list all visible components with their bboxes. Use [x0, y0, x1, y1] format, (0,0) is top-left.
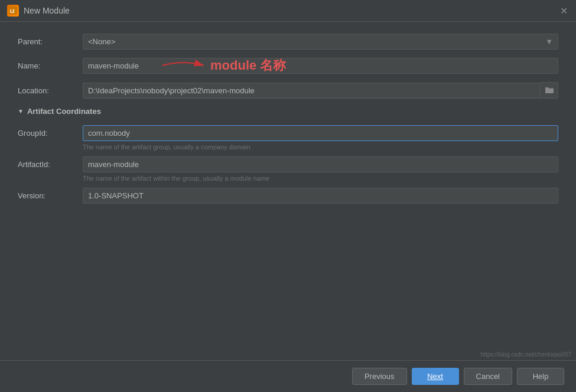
section-title: Artifact Coordinates: [27, 107, 101, 116]
group-id-row: GroupId:: [18, 125, 558, 141]
group-id-hint: The name of the artifact group, usually …: [83, 143, 558, 151]
close-button[interactable]: ✕: [558, 5, 569, 16]
location-label: Location:: [18, 86, 83, 95]
app-icon: IJ: [7, 5, 19, 17]
artifact-id-hint: The name of the artifact within the grou…: [83, 175, 558, 182]
parent-value: <None>: [88, 37, 115, 46]
name-input[interactable]: [83, 58, 558, 74]
artifact-id-label: ArtifactId:: [18, 160, 83, 169]
name-field-container: module 名称: [83, 58, 558, 74]
location-row: Location:: [18, 82, 558, 99]
artifact-id-row: ArtifactId:: [18, 156, 558, 172]
group-id-label: GroupId:: [18, 129, 83, 138]
dropdown-arrow-icon: ▼: [545, 37, 553, 46]
dialog-footer: Previous Next Cancel Help: [0, 360, 576, 392]
group-id-input[interactable]: [83, 125, 558, 141]
folder-icon: [545, 87, 554, 94]
watermark: https://blog.csdn.net/chenlixiao007: [481, 351, 571, 358]
version-input[interactable]: [83, 188, 558, 204]
parent-label: Parent:: [18, 37, 83, 46]
name-label: Name:: [18, 61, 83, 70]
svg-text:IJ: IJ: [10, 8, 15, 14]
help-button[interactable]: Help: [517, 368, 564, 385]
title-bar: IJ New Module ✕: [0, 0, 576, 22]
dialog: IJ New Module ✕ Parent: <None> ▼ Name:: [0, 0, 576, 392]
location-input[interactable]: [83, 83, 541, 99]
dialog-content: Parent: <None> ▼ Name:: [0, 22, 576, 360]
name-row: Name: module 名称: [18, 58, 558, 74]
location-field-container: [83, 82, 558, 99]
artifact-id-input[interactable]: [83, 156, 558, 172]
title-bar-left: IJ New Module: [7, 5, 70, 17]
browse-folder-button[interactable]: [541, 82, 558, 99]
dialog-title: New Module: [24, 6, 70, 15]
parent-dropdown[interactable]: <None> ▼: [83, 34, 558, 50]
section-toggle-icon[interactable]: ▼: [18, 108, 24, 115]
version-label: Version:: [18, 191, 83, 200]
version-row: Version:: [18, 188, 558, 204]
next-button[interactable]: Next: [412, 368, 459, 385]
previous-button[interactable]: Previous: [352, 368, 407, 385]
section-header: ▼ Artifact Coordinates: [18, 107, 558, 116]
cancel-button[interactable]: Cancel: [464, 368, 512, 385]
parent-row: Parent: <None> ▼: [18, 34, 558, 50]
artifact-coordinates-section: ▼ Artifact Coordinates GroupId: The name…: [18, 107, 558, 204]
